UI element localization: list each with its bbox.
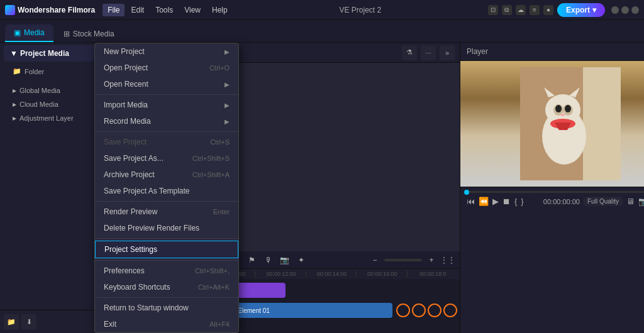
menu-preferences[interactable]: Preferences Ctrl+Shift+, <box>95 263 238 279</box>
menu-exit[interactable]: Exit Alt+F4 <box>95 316 238 332</box>
separator-5 <box>95 260 238 261</box>
menu-edit[interactable]: Edit <box>126 4 149 16</box>
tabs-bar: ▣ Media ⊞ Stock Media <box>0 20 644 43</box>
menu-open-project[interactable]: Open Project Ctrl+O <box>95 60 238 76</box>
menu-open-recent[interactable]: Open Recent ▶ <box>95 76 238 92</box>
logo-icon <box>5 5 15 15</box>
title-bar: Wondershare Filmora File Edit Tools View… <box>0 0 644 20</box>
window-title: VE Project 2 <box>238 6 483 14</box>
app-logo: Wondershare Filmora <box>5 5 95 15</box>
account-icon[interactable]: ● <box>543 5 553 15</box>
dropdown-overlay: New Project ▶ Open Project Ctrl+O Open R… <box>0 43 644 333</box>
media-icon: ▣ <box>14 28 21 37</box>
menu-record-media[interactable]: Record Media ▶ <box>95 113 238 129</box>
menu-tools[interactable]: Tools <box>150 4 178 16</box>
arrow-icon-4: ▶ <box>225 102 230 109</box>
clone-icon[interactable]: ⧉ <box>502 5 512 15</box>
menu-save-project-as[interactable]: Save Project As... Ctrl+Shift+S <box>95 150 238 166</box>
separator-6 <box>95 297 238 298</box>
maximize-button[interactable]: □ <box>621 6 629 14</box>
title-bar-right: ⊡ ⧉ ☁ ≡ ● Export ▾ — □ × <box>488 3 639 17</box>
close-button[interactable]: × <box>631 6 639 14</box>
arrow-icon-5: ▶ <box>225 118 230 125</box>
menu-save-project[interactable]: Save Project Ctrl+S <box>95 134 238 150</box>
export-chevron-icon: ▾ <box>592 6 596 14</box>
separator-3 <box>95 201 238 202</box>
menu-file[interactable]: File <box>103 4 125 16</box>
tab-media[interactable]: ▣ Media <box>5 25 53 42</box>
stock-icon: ⊞ <box>64 30 70 38</box>
menu-save-template[interactable]: Save Project As Template <box>95 183 238 199</box>
separator-2 <box>95 131 238 132</box>
menu-project-settings[interactable]: Project Settings <box>95 241 238 258</box>
menu-keyboard-shortcuts[interactable]: Keyboard Shortcuts Ctrl+Alt+K <box>95 279 238 295</box>
menu-view[interactable]: View <box>179 4 206 16</box>
tab-stock-media[interactable]: ⊞ Stock Media <box>55 26 123 42</box>
separator-1 <box>95 94 238 95</box>
menu-bar: File Edit Tools View Help <box>103 4 233 16</box>
arrow-icon-2: ▶ <box>225 81 230 88</box>
arrow-icon-0: ▶ <box>225 48 230 55</box>
file-menu-dropdown: New Project ▶ Open Project Ctrl+O Open R… <box>94 43 239 333</box>
window-controls: — □ × <box>611 6 639 14</box>
menu-import-media[interactable]: Import Media ▶ <box>95 97 238 113</box>
menu-icon[interactable]: ≡ <box>530 5 540 15</box>
menu-help[interactable]: Help <box>207 4 233 16</box>
app-name: Wondershare Filmora <box>18 6 95 14</box>
menu-render-preview[interactable]: Render Preview Enter <box>95 204 238 220</box>
display-icon[interactable]: ⊡ <box>488 5 498 15</box>
menu-new-project[interactable]: New Project ▶ <box>95 43 238 60</box>
export-button[interactable]: Export ▾ <box>557 3 605 17</box>
menu-return-startup[interactable]: Return to Startup window <box>95 300 238 316</box>
main-layout: ▼ Project Media 📁 Folder ▶ Global Media … <box>0 43 644 333</box>
menu-delete-preview[interactable]: Delete Preview Render Files <box>95 220 238 236</box>
menu-archive-project[interactable]: Archive Project Ctrl+Shift+A <box>95 166 238 183</box>
minimize-button[interactable]: — <box>611 6 619 14</box>
separator-4 <box>95 238 238 239</box>
cloud-icon[interactable]: ☁ <box>516 5 526 15</box>
